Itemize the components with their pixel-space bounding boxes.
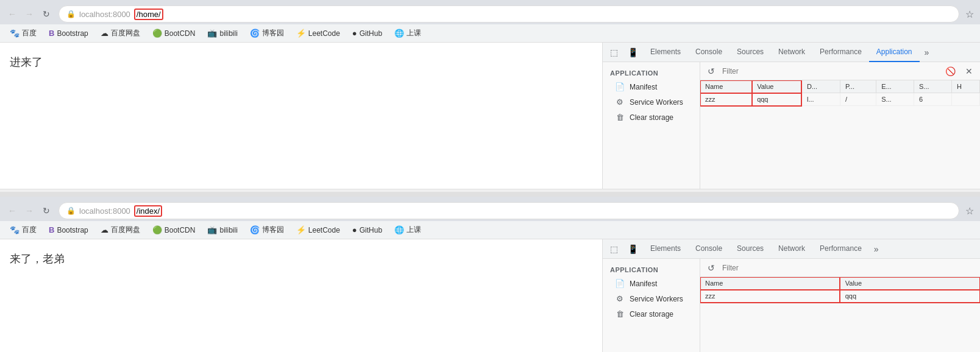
table-row-2[interactable]: zzz qqq	[700, 290, 980, 303]
forward-button-2[interactable]: →	[22, 203, 37, 218]
shangke-icon-1: 🌐	[394, 29, 404, 38]
tab-elements-1[interactable]: Elements	[643, 43, 688, 62]
bookmark-github-1[interactable]: ●GitHub	[347, 27, 387, 40]
bookmark-star-2[interactable]: ☆	[964, 204, 975, 218]
bookmark-github-2[interactable]: ●GitHub	[347, 224, 387, 236]
service-workers-icon-2: ⚙	[615, 294, 625, 303]
tab-application-1[interactable]: Application	[869, 43, 920, 62]
bookmark-bokeyuan-2[interactable]: 🌀博客园	[245, 223, 289, 237]
devtools-body-1: Application 📄 Manifest ⚙ Service Workers…	[603, 62, 980, 189]
cell-name-1: zzz	[700, 93, 752, 106]
tab-elements-2[interactable]: Elements	[643, 239, 688, 259]
devtools-more-2[interactable]: »	[869, 242, 884, 256]
sidebar-clear-storage-1[interactable]: 🗑 Clear storage	[603, 110, 700, 125]
bookmark-shangke-2[interactable]: 🌐上课	[389, 223, 426, 237]
cookie-close-btn-1[interactable]: ✕	[963, 65, 975, 77]
cell-e-1: S...	[876, 93, 914, 106]
sidebar-manifest-2[interactable]: 📄 Manifest	[603, 276, 700, 291]
bookmark-bilibili-1[interactable]: 📺bilibili	[202, 27, 242, 40]
col-value-header-2: Value	[840, 277, 979, 290]
service-workers-label-2: Service Workers	[630, 295, 683, 303]
cookie-table-1: Name Value D... P... E... S... H	[700, 80, 980, 189]
tab-sources-1[interactable]: Sources	[730, 43, 771, 62]
tab-performance-2[interactable]: Performance	[812, 239, 869, 259]
app-sidebar-1: Application 📄 Manifest ⚙ Service Workers…	[603, 62, 700, 189]
table-row-1[interactable]: zzz qqq l... / S... 6	[700, 93, 980, 106]
devtools-1: ⬚ 📱 Elements Console Sources Network Per…	[602, 43, 980, 189]
cookie-panel-1: ↺ 🚫 ✕ Name Value D... P	[700, 62, 980, 189]
cookie-filter-input-2[interactable]	[722, 264, 975, 272]
sidebar-service-workers-2[interactable]: ⚙ Service Workers	[603, 291, 700, 306]
forward-button-1[interactable]: →	[22, 7, 37, 21]
tab-console-1[interactable]: Console	[688, 43, 730, 62]
refresh-button-2[interactable]: ↻	[39, 203, 54, 218]
bookmark-bokeyuan-1[interactable]: 🌀博客园	[245, 26, 289, 40]
cookie-table-2: Name Value zzz qqq	[700, 277, 980, 352]
clear-storage-icon-1: 🗑	[615, 113, 625, 122]
service-workers-label-1: Service Workers	[630, 98, 683, 107]
page-content-2: 来了，老弟	[0, 239, 602, 352]
cell-p-1: /	[840, 93, 876, 106]
devtools-select-btn-2[interactable]: ⬚	[605, 239, 623, 259]
manifest-icon-2: 📄	[615, 279, 625, 288]
devtools-device-btn-1[interactable]: 📱	[623, 43, 643, 62]
back-button-1[interactable]: ←	[5, 7, 20, 21]
bookmark-bootcdn-1[interactable]: 🟢BootCDN	[147, 27, 201, 40]
url-path-2: /index/	[134, 205, 162, 217]
cell-h-1	[951, 93, 979, 106]
cookie-toolbar-2: ↺	[700, 259, 980, 277]
lock-icon-1: 🔒	[66, 10, 76, 18]
page-title-1: 进来了	[10, 55, 592, 69]
content-area-1: 进来了 ⬚ 📱 Elements Console Sources Network…	[0, 43, 980, 189]
bookmark-leetcode-1[interactable]: ⚡LeetCode	[291, 27, 345, 40]
shangke-icon-2: 🌐	[394, 225, 404, 234]
devtools-device-btn-2[interactable]: 📱	[623, 239, 643, 259]
bookmark-star-1[interactable]: ☆	[964, 7, 975, 21]
bootstrap-icon-2: B	[49, 225, 54, 234]
tab-console-2[interactable]: Console	[688, 239, 730, 259]
browser-window-2: ← → ↻ 🔒 localhost:8000/index/ ☆ 🐾百度 BBoo…	[0, 197, 980, 352]
cookie-refresh-btn-2[interactable]: ↺	[705, 262, 717, 274]
bookmark-leetcode-2[interactable]: ⚡LeetCode	[291, 224, 345, 236]
address-bar-container-2: 🔒 localhost:8000/index/	[59, 202, 959, 219]
devtools-select-btn-1[interactable]: ⬚	[605, 43, 623, 62]
refresh-button-1[interactable]: ↻	[39, 7, 54, 21]
cookie-filter-input-1[interactable]	[722, 67, 938, 76]
devtools-more-1[interactable]: »	[920, 45, 934, 60]
cookie-panel-2: ↺ Name Value	[700, 259, 980, 352]
github-icon-2: ●	[352, 225, 357, 234]
back-button-2[interactable]: ←	[5, 203, 20, 218]
manifest-label-1: Manifest	[630, 83, 657, 91]
bookmark-bilibili-2[interactable]: 📺bilibili	[202, 224, 242, 236]
baidupan-icon-2: ☁	[101, 225, 108, 234]
bookmark-baidupan-2[interactable]: ☁百度网盘	[96, 223, 145, 237]
tab-network-2[interactable]: Network	[771, 239, 812, 259]
content-area-2: 来了，老弟 ⬚ 📱 Elements Console Sources Netwo…	[0, 239, 980, 352]
tab-network-1[interactable]: Network	[771, 43, 812, 62]
bookmark-baidu-2[interactable]: 🐾百度	[5, 223, 41, 237]
bookmark-bootstrap-2[interactable]: BBootstrap	[44, 224, 93, 236]
app-sidebar-title-2: Application	[603, 264, 700, 276]
bookmarks-bar-2: 🐾百度 BBootstrap ☁百度网盘 🟢BootCDN 📺bilibili …	[0, 221, 980, 239]
cell-name-2: zzz	[700, 290, 840, 303]
bookmark-bootstrap-1[interactable]: BBootstrap	[44, 27, 93, 40]
sidebar-service-workers-1[interactable]: ⚙ Service Workers	[603, 94, 700, 110]
bookmark-baidu-1[interactable]: 🐾百度	[5, 26, 41, 40]
cell-value-2: qqq	[840, 290, 979, 303]
bilibili-icon-1: 📺	[207, 29, 217, 38]
tab-performance-1[interactable]: Performance	[812, 43, 869, 62]
sidebar-clear-storage-2[interactable]: 🗑 Clear storage	[603, 306, 700, 322]
bootstrap-icon-1: B	[49, 29, 54, 38]
cookie-refresh-btn-1[interactable]: ↺	[705, 65, 717, 77]
bookmark-bootcdn-2[interactable]: 🟢BootCDN	[147, 224, 201, 236]
col-d-header-1: D...	[801, 80, 840, 93]
cell-s-1: 6	[914, 93, 952, 106]
sidebar-manifest-1[interactable]: 📄 Manifest	[603, 79, 700, 94]
cookie-block-btn-1[interactable]: 🚫	[943, 65, 958, 77]
devtools-2: ⬚ 📱 Elements Console Sources Network Per…	[602, 239, 980, 352]
tab-sources-2[interactable]: Sources	[730, 239, 771, 259]
bookmark-baidupan-1[interactable]: ☁百度网盘	[96, 26, 145, 40]
bookmark-shangke-1[interactable]: 🌐上课	[389, 26, 426, 40]
col-s-header-1: S...	[914, 80, 952, 93]
col-value-header-1: Value	[752, 80, 802, 93]
